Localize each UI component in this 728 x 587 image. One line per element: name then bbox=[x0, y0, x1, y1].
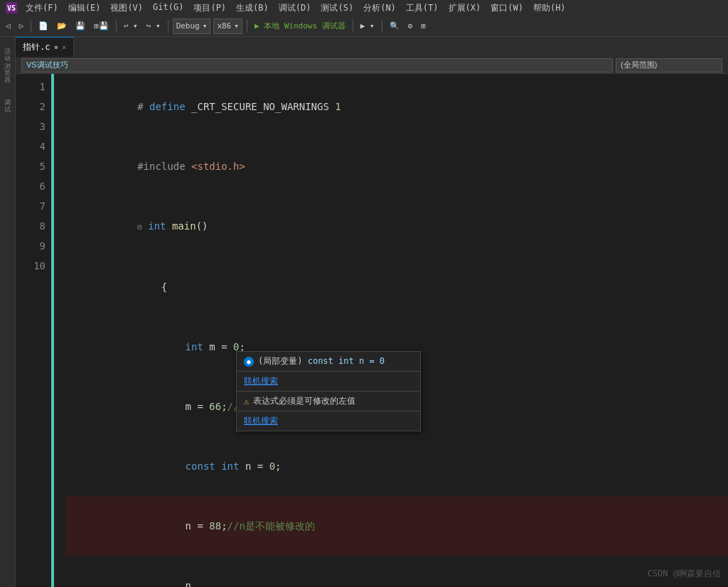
cmt-8: //n是不能被修改的 bbox=[228, 520, 315, 532]
tooltip-error-msg[interactable]: ⚠ 表达式必须是可修改的左值 bbox=[237, 392, 420, 411]
toolbar-separator-1 bbox=[31, 20, 31, 33]
tooltip-search-2-label[interactable]: 联机搜索 bbox=[244, 415, 278, 427]
line-num-3: 3 bbox=[16, 117, 46, 136]
toolbar-separator-3 bbox=[168, 20, 168, 33]
open-button[interactable]: 📂 bbox=[54, 20, 70, 32]
editor-and-panel: 指针.c ● × 1 2 3 4 5 6 bbox=[16, 37, 728, 587]
pp-define-kw: define bbox=[149, 101, 186, 112]
line-numbers: 1 2 3 4 5 6 7 8 9 10 bbox=[16, 74, 51, 587]
tooltip-item-variable[interactable]: ● (局部变量) const int n = 0 bbox=[237, 352, 420, 371]
num-66: 66 bbox=[209, 401, 221, 412]
tooltip-var-label: (局部变量) const int n = 0 bbox=[258, 355, 385, 367]
vs-logo: VS bbox=[6, 2, 17, 14]
indent-8: n = bbox=[137, 520, 209, 532]
menu-git[interactable]: Git(G) bbox=[149, 1, 188, 16]
tab-close-icon[interactable]: × bbox=[62, 43, 66, 51]
watermark: CSDN @啊森要自信 bbox=[648, 568, 721, 580]
line-num-5: 5 bbox=[16, 156, 46, 176]
editor-container: 指针.c ● × 1 2 3 4 5 6 bbox=[16, 37, 728, 587]
indent-6: m = bbox=[137, 401, 209, 412]
code-line-8: n = 88;//n是不能被修改的 bbox=[65, 496, 728, 556]
tooltip-search-2[interactable]: 联机搜索 bbox=[237, 411, 420, 431]
sidebar-item-0[interactable]: 活 bbox=[1, 40, 14, 45]
run-button[interactable]: ▶ 本地 Windows 调试器 bbox=[252, 19, 348, 33]
menu-project[interactable]: 项目(P) bbox=[189, 1, 230, 16]
semi-7: ; bbox=[275, 461, 281, 472]
save-button[interactable]: 💾 bbox=[73, 20, 88, 32]
redo-button[interactable]: ↪ ▾ bbox=[144, 20, 164, 32]
toolbar-separator-2 bbox=[116, 20, 117, 33]
save-all-button[interactable]: ⊞💾 bbox=[91, 20, 112, 32]
space-7 bbox=[215, 461, 221, 472]
code-lines[interactable]: # define _CRT_SECURE_NO_WARNINGS 1 #incl… bbox=[54, 74, 728, 587]
layout-icon[interactable]: ⊞ bbox=[418, 20, 429, 32]
tooltip-search-1[interactable]: 联机搜索 bbox=[237, 372, 420, 391]
int-kw-3: int bbox=[142, 220, 172, 232]
file-selector-bar bbox=[16, 57, 728, 74]
platform-dropdown[interactable]: x86 ▾ bbox=[213, 18, 242, 34]
menu-bar: 文件(F) 编辑(E) 视图(V) Git(G) 项目(P) 生成(B) 调试(… bbox=[21, 1, 570, 16]
debug-config-dropdown[interactable]: Debug ▾ bbox=[173, 18, 211, 34]
pp-hash: # bbox=[137, 101, 149, 112]
menu-test[interactable]: 测试(S) bbox=[316, 1, 358, 16]
m-decl: m = bbox=[203, 341, 233, 352]
num-88: 88 bbox=[209, 520, 221, 532]
tooltip-popup: ● (局部变量) const int n = 0 联机搜索 ⚠ 表达式必 bbox=[236, 351, 421, 431]
pp-name: _CRT_SECURE_NO_WARNINGS bbox=[186, 101, 336, 112]
indent-7 bbox=[137, 461, 185, 472]
menu-edit[interactable]: 编辑(E) bbox=[64, 1, 105, 16]
settings-icon[interactable]: ⚙ bbox=[405, 20, 416, 32]
collapse-icon[interactable]: ⊟ bbox=[137, 222, 142, 232]
menu-help[interactable]: 帮助(H) bbox=[529, 1, 570, 16]
include-header: <stdio.h> bbox=[186, 161, 245, 172]
include-kw: #include bbox=[137, 161, 185, 172]
file-scope-input[interactable] bbox=[616, 58, 722, 72]
toolbar-separator-6 bbox=[382, 20, 382, 33]
file-new-button[interactable]: 📄 bbox=[36, 20, 51, 32]
menu-analyze[interactable]: 分析(N) bbox=[359, 1, 400, 16]
line-num-6: 6 bbox=[16, 176, 46, 196]
code-line-7: const int n = 0; bbox=[65, 436, 728, 496]
menu-file[interactable]: 文件(F) bbox=[21, 1, 63, 16]
code-editor[interactable]: 1 2 3 4 5 6 7 8 9 10 # define bbox=[16, 74, 728, 587]
main-fn: main bbox=[172, 220, 196, 232]
back-button[interactable]: ◁ bbox=[3, 20, 14, 32]
line-num-9: 9 bbox=[16, 236, 46, 256]
indent-9: n bbox=[137, 580, 191, 587]
menu-debug[interactable]: 调试(D) bbox=[274, 1, 316, 16]
tooltip-search-1-label[interactable]: 联机搜索 bbox=[244, 375, 278, 387]
int-kw-7: int bbox=[221, 461, 239, 472]
file-selector-input[interactable] bbox=[21, 58, 613, 72]
sidebar-item-6[interactable]: 试 bbox=[1, 98, 14, 104]
menu-window[interactable]: 窗口(W) bbox=[486, 1, 528, 16]
code-line-4: { bbox=[65, 257, 728, 317]
search-icon[interactable]: 🔍 bbox=[387, 20, 402, 32]
num-0-7: 0 bbox=[269, 461, 275, 472]
semi-8: ; bbox=[221, 520, 227, 532]
forward-button[interactable]: ▷ bbox=[16, 20, 27, 32]
tooltip-error-label: 表达式必须是可修改的左值 bbox=[253, 395, 355, 407]
platform-label: x86 bbox=[217, 21, 231, 31]
menu-tools[interactable]: 工具(T) bbox=[402, 1, 443, 16]
menu-view[interactable]: 视图(V) bbox=[106, 1, 147, 16]
debug-config-label: Debug bbox=[176, 21, 200, 31]
debug-config-arrow: ▾ bbox=[203, 21, 208, 31]
toolbar-misc[interactable]: ▶ ▾ bbox=[358, 20, 378, 32]
undo-button[interactable]: ↩ ▾ bbox=[121, 20, 141, 32]
sidebar-item-1[interactable]: 动 bbox=[1, 47, 14, 53]
line-num-1: 1 bbox=[16, 77, 46, 97]
line-num-2: 2 bbox=[16, 97, 46, 117]
run-label: ▶ 本地 Windows 调试器 bbox=[255, 21, 346, 31]
sidebar-item-3[interactable]: 览 bbox=[1, 61, 14, 67]
code-line-9: n bbox=[65, 556, 728, 587]
sidebar-item-5[interactable]: 调 bbox=[1, 91, 14, 97]
code-line-3: ⊟ int main() bbox=[65, 196, 728, 257]
sidebar-item-2[interactable]: 浏 bbox=[1, 54, 14, 60]
menu-extensions[interactable]: 扩展(X) bbox=[444, 1, 486, 16]
variable-icon: ● bbox=[244, 357, 254, 367]
toolbar: ◁ ▷ 📄 📂 💾 ⊞💾 ↩ ▾ ↪ ▾ Debug ▾ x86 ▾ ▶ 本地 … bbox=[0, 16, 728, 37]
menu-build[interactable]: 生成(B) bbox=[232, 1, 273, 16]
sidebar-item-4[interactable]: 器 bbox=[1, 68, 14, 74]
semi-6: ; bbox=[221, 401, 227, 412]
tab-pointer-c[interactable]: 指针.c ● × bbox=[16, 37, 74, 57]
